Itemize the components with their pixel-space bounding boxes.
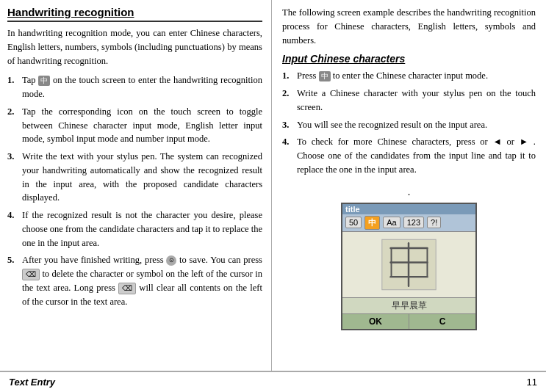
footer: Text Entry 11 — [0, 371, 546, 392]
step-number: 1. — [282, 69, 295, 83]
step-text: Press 中 to enter the Chinese character i… — [297, 69, 536, 83]
right-column: The following screen example describes t… — [272, 0, 546, 371]
delete-key[interactable]: ⌫ — [22, 269, 40, 280]
step-number: 2. — [7, 105, 21, 146]
list-item: 3. You will see the recognized result on… — [282, 118, 536, 132]
list-item: 3. Write the text with your stylus pen. … — [7, 150, 262, 205]
list-item: 4. To check for more Chinese characters,… — [282, 135, 536, 176]
right-steps-list: 1. Press 中 to enter the Chinese characte… — [282, 69, 536, 180]
right-intro: The following screen example describes t… — [282, 6, 536, 47]
list-item: 1. Press 中 to enter the Chinese characte… — [282, 69, 536, 83]
step-text: After you have finished writing, press ⊙… — [22, 253, 262, 308]
list-item: 4. If the recognized result is not the c… — [7, 208, 262, 250]
toolbar-50-btn[interactable]: 50 — [345, 217, 362, 228]
device-ok-button[interactable]: OK — [342, 314, 409, 329]
footer-left-label: Text Entry — [9, 377, 55, 388]
step-text: Write the text with your stylus pen. The… — [22, 150, 262, 205]
step-text: Tap 中 on the touch screen to enter the h… — [22, 73, 262, 101]
toolbar-chinese-btn[interactable]: 中 — [364, 216, 380, 230]
main-content: Handwriting recognition In handwriting r… — [0, 0, 546, 371]
save-icon: ⊙ — [166, 255, 176, 266]
step-number: 2. — [282, 87, 295, 115]
toolbar-aa-btn[interactable]: Aa — [383, 217, 400, 228]
left-column: Handwriting recognition In handwriting r… — [0, 0, 272, 371]
step-text: You will see the recognized result on th… — [297, 118, 536, 132]
toolbar-symbol-btn[interactable]: ?! — [427, 217, 441, 228]
step-text: Write a Chinese character with your styl… — [297, 87, 536, 115]
footer-page-number: 11 — [527, 377, 537, 388]
section-divider: . — [282, 185, 536, 198]
step-number: 1. — [7, 73, 21, 101]
left-steps-list: 1. Tap 中 on the touch screen to enter th… — [7, 73, 262, 308]
step-text: If the recognized result is not the char… — [22, 208, 262, 250]
list-item: 2. Write a Chinese character with your s… — [282, 87, 536, 115]
list-item: 2. Tap the corresponding icon on the tou… — [7, 105, 262, 146]
list-item: 5. After you have finished writing, pres… — [7, 253, 262, 308]
left-intro: In handwriting recognition mode, you can… — [7, 26, 262, 68]
device-toolbar: 50 中 Aa 123 ?! — [342, 214, 475, 232]
right-sub-title: Input Chinese characters — [282, 53, 536, 65]
step-number: 5. — [7, 253, 21, 308]
step-text: To check for more Chinese characters, pr… — [297, 135, 536, 176]
input-mode-button[interactable]: 中 — [38, 76, 50, 86]
section-title: Handwriting recognition — [7, 6, 262, 22]
toolbar-123-btn[interactable]: 123 — [403, 217, 424, 228]
device-screenshot-area: title 50 中 Aa 123 ?! — [282, 203, 536, 366]
step-text: Tap the corresponding icon on the touch … — [22, 105, 262, 146]
page-wrapper: Handwriting recognition In handwriting r… — [0, 0, 546, 392]
device-canvas[interactable] — [342, 232, 475, 298]
device-candidates[interactable]: 早早晨草 — [342, 298, 475, 314]
device-screen: title 50 中 Aa 123 ?! — [341, 203, 477, 330]
device-buttons: OK C — [342, 314, 475, 329]
device-titlebar: title — [342, 204, 475, 214]
step-number: 4. — [7, 208, 21, 250]
delete-key-long[interactable]: ⌫ — [118, 283, 136, 294]
step-number: 4. — [282, 135, 295, 176]
device-c-button[interactable]: C — [409, 314, 475, 329]
chinese-mode-btn[interactable]: 中 — [319, 71, 331, 81]
step-number: 3. — [7, 150, 21, 205]
list-item: 1. Tap 中 on the touch screen to enter th… — [7, 73, 262, 101]
step-number: 3. — [282, 118, 295, 132]
